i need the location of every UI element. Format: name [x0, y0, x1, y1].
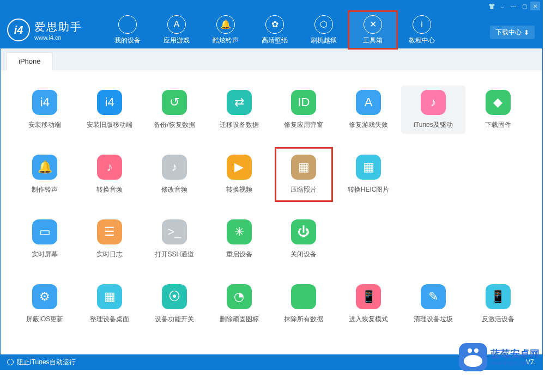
- tool-icon: ◆: [486, 90, 511, 115]
- tool-label: 进入恢复模式: [349, 315, 388, 324]
- tool-label: 安装移动端: [28, 120, 61, 130]
- nav-wallpaper[interactable]: ✿ 高清壁纸: [251, 12, 298, 48]
- tool-label: 备份/恢复数据: [154, 120, 195, 130]
- tool-item[interactable]: 📱进入恢复模式: [336, 280, 401, 328]
- tool-item[interactable]: A修复游戏失效: [336, 85, 401, 134]
- tool-item[interactable]: ID修复应用弹窗: [271, 85, 336, 134]
- tool-label: 转换音频: [96, 185, 123, 194]
- tool-icon: 📱: [356, 284, 381, 309]
- tool-item[interactable]: ♪修改音频: [142, 150, 207, 199]
- tool-item[interactable]: ♪iTunes及驱动: [401, 85, 466, 134]
- tool-item[interactable]: ◔删除顽固图标: [207, 280, 271, 328]
- tool-label: 抹除所有数据: [284, 315, 323, 324]
- tool-item[interactable]: ⇄迁移设备数据: [207, 85, 271, 134]
- tool-item[interactable]: ▦整理设备桌面: [77, 280, 142, 328]
- tool-item[interactable]: 抹除所有数据: [271, 280, 336, 328]
- nav-my-device[interactable]: 我的设备: [104, 12, 151, 48]
- tool-icon: >_: [162, 219, 187, 244]
- app-subtitle: www.i4.cn: [34, 34, 82, 41]
- radio-icon[interactable]: [7, 359, 14, 365]
- tool-item[interactable]: ↺备份/恢复数据: [142, 85, 207, 134]
- tool-icon: ⚙: [32, 284, 57, 309]
- tab-iphone[interactable]: iPhone: [6, 52, 53, 70]
- tool-label: 转换视频: [226, 185, 252, 194]
- tool-icon: ◔: [227, 284, 252, 309]
- tool-label: 修复游戏失效: [349, 120, 388, 130]
- tool-item[interactable]: >_打开SSH通道: [142, 215, 207, 264]
- tool-label: 关闭设备: [290, 250, 317, 259]
- nav-ringtones[interactable]: 🔔 酷炫铃声: [202, 12, 249, 48]
- bell-icon: 🔔: [216, 15, 235, 34]
- apple-icon: [118, 15, 137, 34]
- theme-icon[interactable]: 👕: [487, 2, 496, 10]
- tool-icon: ID: [291, 90, 316, 115]
- tools-icon: ✕: [364, 15, 382, 34]
- tool-item[interactable]: ▭实时屏幕: [13, 215, 77, 264]
- tool-label: 下载固件: [485, 120, 511, 130]
- minimize-icon[interactable]: —: [508, 2, 518, 10]
- nav-tutorials[interactable]: i 教程中心: [398, 12, 445, 48]
- tool-item[interactable]: ▦转换HEIC图片: [336, 150, 401, 199]
- close-icon[interactable]: ✕: [530, 2, 540, 10]
- flower-icon: ✿: [265, 15, 284, 34]
- tool-icon: ♪: [97, 155, 122, 180]
- tool-icon: i4: [97, 90, 122, 115]
- tool-item[interactable]: ✎清理设备垃圾: [401, 280, 466, 328]
- tool-icon: ✎: [421, 284, 446, 309]
- tool-item[interactable]: ▦压缩照片: [271, 150, 336, 199]
- tool-icon: [291, 284, 316, 309]
- tool-icon: ▦: [97, 284, 122, 309]
- tool-icon: ☰: [97, 219, 122, 244]
- tool-label: 实时日志: [96, 250, 123, 259]
- tool-icon: i4: [32, 90, 57, 115]
- logo-icon: i4: [7, 19, 30, 41]
- tool-label: 反激活设备: [482, 315, 514, 324]
- app-window: 👕 ⌵ — ▢ ✕ i4 爱思助手 www.i4.cn 我的设备 A 应用游戏 …: [0, 0, 543, 370]
- tool-item[interactable]: ✳重启设备: [207, 215, 271, 264]
- tool-grid-area: i4安装移动端i4安装旧版移动端↺备份/恢复数据⇄迁移设备数据ID修复应用弹窗A…: [1, 70, 542, 354]
- tool-label: 设备功能开关: [155, 315, 194, 324]
- tool-label: 制作铃声: [32, 185, 58, 194]
- tool-label: 实时屏幕: [32, 250, 58, 259]
- tool-item[interactable]: ☰实时日志: [77, 215, 142, 264]
- tool-icon: ⏻: [291, 219, 316, 244]
- tool-item[interactable]: 📱反激活设备: [465, 280, 530, 328]
- app-icon: A: [167, 15, 186, 34]
- tool-label: 转换HEIC图片: [348, 185, 390, 194]
- tool-icon: 🔔: [32, 155, 57, 180]
- dropdown-icon[interactable]: ⌵: [498, 2, 507, 10]
- tool-icon: A: [356, 90, 381, 115]
- tool-label: 清理设备垃圾: [414, 315, 453, 324]
- tool-icon: ⇄: [227, 90, 252, 115]
- tool-icon: ♪: [421, 90, 446, 115]
- tool-icon: ▦: [291, 155, 316, 180]
- download-center-button[interactable]: 下载中心 ⬇: [490, 26, 535, 39]
- tool-item[interactable]: i4安装移动端: [13, 85, 77, 134]
- maximize-icon[interactable]: ▢: [519, 2, 529, 10]
- tool-label: 整理设备桌面: [90, 315, 129, 324]
- tool-label: 压缩照片: [290, 185, 317, 194]
- tool-label: 修改音频: [161, 185, 187, 194]
- nav-flash[interactable]: ⬡ 刷机越狱: [300, 12, 347, 48]
- tool-item[interactable]: ⦿设备功能开关: [142, 280, 207, 328]
- tool-icon: ♪: [162, 155, 187, 180]
- tool-label: 打开SSH通道: [155, 250, 195, 259]
- tool-item[interactable]: ⏻关闭设备: [271, 215, 336, 264]
- nav-apps[interactable]: A 应用游戏: [153, 12, 200, 48]
- tool-label: 迁移设备数据: [220, 120, 259, 130]
- tool-label: iTunes及驱动: [414, 120, 453, 130]
- tool-item[interactable]: ▶转换视频: [207, 150, 271, 199]
- tool-item[interactable]: ⚙屏蔽iOS更新: [13, 280, 77, 328]
- header: i4 爱思助手 www.i4.cn 我的设备 A 应用游戏 🔔 酷炫铃声 ✿ 高…: [1, 11, 542, 48]
- tool-item[interactable]: ♪转换音频: [77, 150, 142, 199]
- tool-label: 重启设备: [226, 250, 252, 259]
- tool-item[interactable]: ◆下载固件: [465, 85, 530, 134]
- nav-toolbox[interactable]: ✕ 工具箱: [349, 12, 396, 48]
- tabs: iPhone: [1, 48, 542, 70]
- blueberry-icon: [459, 343, 487, 371]
- box-icon: ⬡: [314, 15, 333, 34]
- tool-label: 安装旧版移动端: [87, 120, 132, 130]
- tool-label: 屏蔽iOS更新: [26, 315, 63, 324]
- tool-item[interactable]: 🔔制作铃声: [13, 150, 77, 199]
- tool-item[interactable]: i4安装旧版移动端: [77, 85, 142, 134]
